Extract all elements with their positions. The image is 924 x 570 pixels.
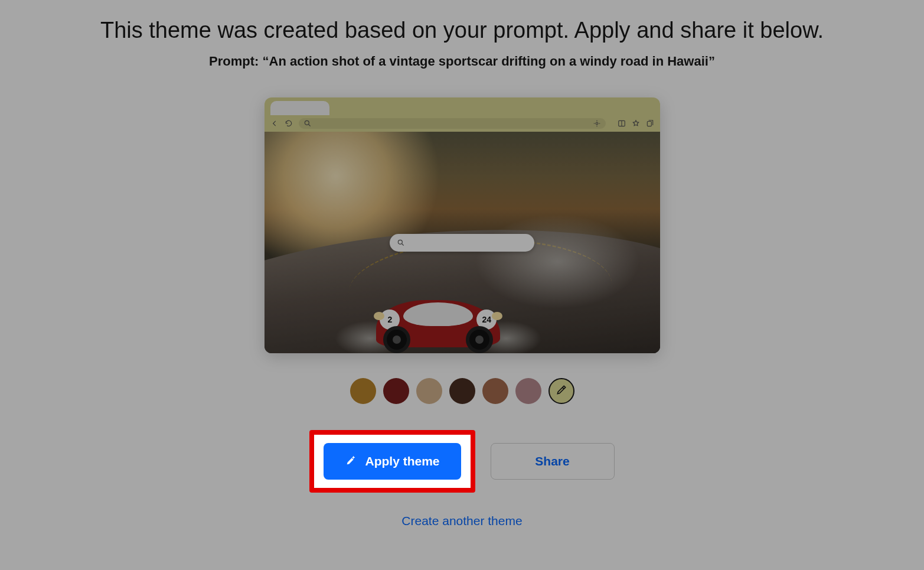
svg-point-4 [398, 240, 402, 244]
swatch-tan[interactable] [416, 378, 442, 404]
prompt-line: Prompt: “An action shot of a vintage spo… [209, 54, 715, 69]
browser-preview: 2 24 [265, 97, 660, 353]
action-buttons-row: Apply theme Share [309, 430, 614, 493]
split-screen-icon [618, 119, 626, 128]
collections-icon [646, 119, 654, 128]
apply-theme-label: Apply theme [365, 454, 439, 468]
svg-point-0 [305, 120, 309, 125]
preview-tabstrip [265, 97, 660, 115]
preview-new-tab-page: 2 24 [265, 132, 660, 353]
sparkle-brush-icon [345, 454, 358, 470]
apply-theme-button[interactable]: Apply theme [324, 443, 461, 480]
back-icon [270, 119, 279, 128]
svg-rect-3 [647, 122, 651, 126]
swatch-maroon[interactable] [383, 378, 409, 404]
theme-result-page: This theme was created based on your pro… [0, 0, 924, 570]
swatch-mauve[interactable] [515, 378, 541, 404]
preview-tab [270, 101, 329, 115]
swatch-dark-brown[interactable] [449, 378, 475, 404]
preview-omnibox [299, 118, 606, 129]
create-another-theme-link[interactable]: Create another theme [401, 514, 522, 528]
reload-icon [285, 119, 293, 128]
preview-toolbar [265, 115, 660, 132]
swatch-ochre[interactable] [350, 378, 376, 404]
prompt-text: “An action shot of a vintage sportscar d… [263, 54, 715, 69]
color-swatch-row [350, 378, 574, 404]
share-button[interactable]: Share [491, 443, 615, 480]
share-label: Share [535, 454, 569, 468]
eyedropper-icon [556, 384, 567, 398]
search-icon [303, 119, 312, 128]
prompt-label: Prompt: [209, 54, 262, 69]
preview-ntp-searchbox [390, 234, 534, 252]
favorite-icon [632, 119, 640, 128]
swatch-copper[interactable] [482, 378, 508, 404]
swatch-custom-color[interactable] [548, 378, 574, 404]
svg-point-1 [596, 122, 598, 125]
preview-car-art: 2 24 [376, 300, 500, 347]
page-title: This theme was created based on your pro… [100, 18, 824, 43]
tune-icon [593, 119, 601, 128]
apply-theme-highlight: Apply theme [309, 430, 475, 493]
